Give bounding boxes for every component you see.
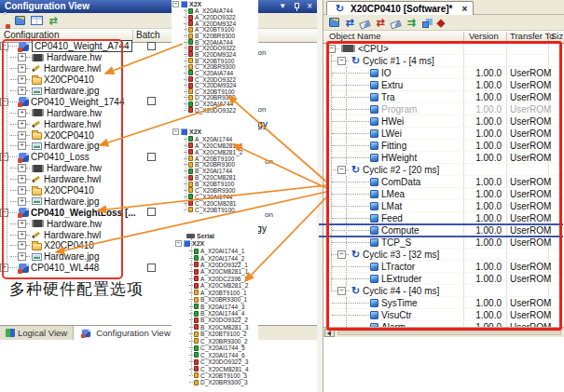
task-row[interactable]: VisuCtr1.00.0UserROM (323, 309, 564, 321)
panel-separator[interactable] (317, 0, 323, 392)
column-version[interactable]: Version (469, 31, 499, 41)
task-row[interactable]: SysTime1.00.0UserROM (323, 297, 564, 309)
tree-expander[interactable]: − (175, 240, 182, 247)
module-row[interactable]: B_X20BT9100_2 (172, 331, 258, 337)
view-tab-configuration-view[interactable]: Configuration View (74, 326, 177, 340)
module-row[interactable]: C_X20DO9322_3 (172, 358, 258, 365)
module-row[interactable]: C_X20BT9100 (172, 207, 258, 213)
tree-expander[interactable]: + (0, 264, 8, 272)
module-row[interactable]: A_X20CM8281_2 (172, 149, 258, 155)
batch-checkbox[interactable] (147, 153, 156, 161)
tree-expander[interactable]: − (337, 287, 346, 295)
tree-expander[interactable]: + (18, 252, 26, 261)
config-row[interactable]: −CP0410_Weight_1744 (0, 96, 317, 107)
column-divider[interactable] (463, 32, 464, 42)
config-child-row[interactable]: +Hardware.hwl (0, 174, 317, 185)
serial-root-row[interactable]: Serial (172, 232, 258, 239)
config-child-row[interactable]: +Hardware.jpg (0, 196, 317, 207)
tree-expander[interactable]: + (18, 220, 26, 228)
config-child-row[interactable]: +Hardware.hw (0, 218, 317, 229)
tab-x20cp0410-software[interactable]: ↻ X20CP0410 [Software]* × (326, 1, 474, 15)
cyclic-group-row[interactable]: −↻Cyclic #1 - [4 ms] (323, 55, 564, 67)
module-row[interactable]: A_X20BT9100 (172, 155, 258, 162)
column-configuration[interactable]: Configuration (4, 30, 59, 40)
eraser-icon[interactable] (359, 20, 371, 29)
batch-checkbox[interactable] (147, 42, 156, 50)
table-icon[interactable] (31, 16, 43, 25)
cyclic-group-row[interactable]: −↻Cyclic #4 - [40 ms] (323, 285, 564, 297)
config-row[interactable]: +CP0410_WL448 (0, 263, 317, 274)
module-row[interactable]: A_X20CM8281_1 (172, 142, 258, 149)
task-row[interactable]: Program1.00.0UserROM (323, 103, 564, 115)
task-row[interactable]: IO1.00.0UserROM (323, 67, 564, 79)
x2x-root-row[interactable]: −X2X (172, 128, 258, 136)
scrollbar-track[interactable] (337, 331, 561, 335)
module-row[interactable]: B_X20AI1744_3 (172, 303, 258, 309)
task-row[interactable]: Tra1.00.0UserROM (323, 91, 564, 103)
tree-expander[interactable]: + (18, 87, 26, 95)
tree-expander[interactable]: + (18, 131, 26, 140)
module-row[interactable]: B_X20BT9100 (172, 181, 258, 187)
cube-icon[interactable] (15, 16, 25, 25)
module-row[interactable]: A_X20DO9322_1 (172, 262, 258, 268)
tree-expander[interactable]: − (172, 128, 179, 135)
module-row[interactable]: A_X20BT9100_1 (172, 290, 258, 296)
transfer-icon[interactable]: ⇄ (47, 14, 60, 28)
config-child-row[interactable]: +X20CP0410 (0, 74, 317, 86)
column-object-name[interactable]: Object Name (329, 31, 380, 41)
config-child-row[interactable]: +Hardware.hwl (0, 118, 317, 129)
tree-expander[interactable]: + (18, 175, 26, 183)
config-child-row[interactable]: +Hardware.hw (0, 107, 317, 118)
tree-expander[interactable]: + (18, 64, 26, 73)
tree-expander[interactable]: + (18, 75, 26, 84)
config-child-row[interactable]: +X20CP0410 (0, 185, 317, 196)
task-row[interactable]: HWeight1.00.0UserROM (323, 152, 564, 164)
run-arrows-icon[interactable]: ⇉ (405, 16, 418, 30)
module-pair-icon[interactable] (422, 21, 429, 28)
eraser-icon[interactable] (390, 20, 402, 29)
configuration-icon[interactable] (5, 12, 8, 29)
tree-expander[interactable]: + (18, 197, 26, 206)
module-row[interactable]: A_X20CM8281_2 (172, 282, 258, 289)
tree-expander[interactable]: + (18, 164, 26, 172)
module-row[interactable]: C_X20CM8281 (172, 200, 258, 207)
module-row[interactable]: A_X20CM8281_1 (172, 268, 258, 275)
module-row[interactable]: B_X20BR9300_1 (172, 296, 258, 303)
module-row[interactable]: B_X20CM8281_3 (172, 324, 258, 331)
tree-expander[interactable]: + (18, 231, 26, 239)
module-row[interactable]: B_X20BR9300 (172, 161, 258, 168)
config-child-row[interactable]: +X20CP0410 (0, 129, 317, 141)
horizontal-scrollbar[interactable] (323, 327, 564, 337)
module-row[interactable]: C_X20BT9100_3 (172, 372, 258, 379)
batch-checkbox[interactable] (147, 264, 156, 272)
module-row[interactable]: C_X20AI1744_5 (172, 345, 258, 351)
cpu-row[interactable]: −<CPU> (323, 43, 564, 55)
module-row[interactable]: C_X20BR9300 (172, 187, 258, 194)
module-row[interactable]: A_X20AI1744_2 (172, 254, 258, 261)
config-child-row[interactable]: +Hardware.jpg (0, 86, 317, 97)
task-row[interactable]: LWei1.00.0UserROM (323, 128, 564, 140)
task-row[interactable]: LExtruder1.00.0UserROM (323, 273, 564, 285)
task-row[interactable]: HWei1.00.0UserROM (323, 115, 564, 128)
tree-expander[interactable]: + (18, 120, 26, 128)
column-divider[interactable] (548, 32, 549, 42)
config-child-row[interactable]: +Hardware.jpg (0, 141, 317, 152)
task-row[interactable]: ComData1.00.0UserROM (323, 176, 564, 188)
config-child-row[interactable]: +Hardware.hw (0, 52, 317, 63)
task-row[interactable]: LMat1.00.0UserROM (323, 200, 564, 212)
task-row[interactable]: LTractor1.00.0UserROM (323, 261, 564, 273)
cyclic-group-row[interactable]: −↻Cyclic #3 - [32 ms] (323, 249, 564, 261)
tree-expander[interactable]: + (18, 109, 26, 117)
cyclic-group-row[interactable]: −↻Cyclic #2 - [20 ms] (323, 164, 564, 176)
module-row[interactable]: C_X20AI1744_6 (172, 351, 258, 358)
batch-checkbox[interactable] (147, 97, 156, 105)
tree-expander[interactable]: − (337, 57, 346, 65)
task-row[interactable]: Compute1.00.0UserROM (323, 224, 564, 237)
tree-expander[interactable]: − (337, 250, 346, 259)
column-size[interactable]: Siz (551, 31, 563, 41)
dropdown-icon[interactable]: ▼ (279, 0, 286, 13)
module-row[interactable]: C_X20BR9300_2 (172, 338, 258, 345)
column-batch[interactable]: Batch (136, 30, 160, 40)
tree-expander[interactable]: + (18, 142, 26, 150)
batch-checkbox[interactable] (147, 208, 156, 216)
